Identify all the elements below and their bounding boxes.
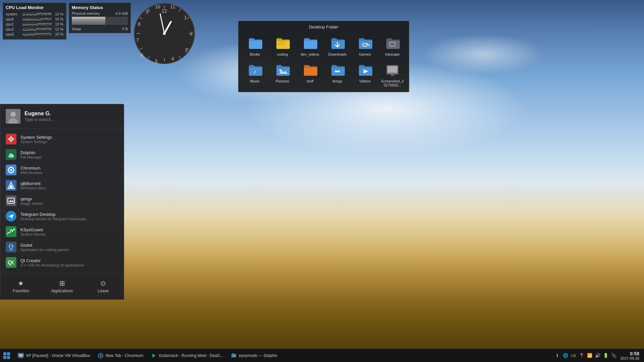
tray-locale-label[interactable]: US (570, 352, 577, 359)
svg-text:5: 5 (155, 59, 158, 64)
folder-item[interactable]: Videos (352, 60, 378, 88)
clock-face: 12 1 2 3 4 5 6 7 8 9 10 11 (132, 2, 196, 65)
start-app-item[interactable]: KSysGuard System Monitor (0, 224, 124, 239)
taskbar-item[interactable]: Godsmack - Running blind - DeaD... (147, 350, 227, 362)
start-bottom-label: Favorites (13, 289, 29, 293)
tray-battery-icon[interactable]: 🔋 (602, 352, 609, 359)
start-app-item[interactable]: Godot Application for making games (0, 239, 124, 255)
app-desc: Application for making games (20, 248, 69, 252)
app-icon (6, 211, 16, 222)
desktop-folder-window: Desktop Folder Books coding dev_videos D… (238, 21, 409, 92)
start-app-item[interactable]: System Settings System Settings (0, 131, 124, 147)
taskbar-clock-date: 2017-09-20 (621, 356, 639, 360)
folder-icon (274, 62, 290, 78)
svg-text:7: 7 (136, 38, 139, 43)
start-bottom-label: Applications (51, 289, 73, 293)
folder-item[interactable]: Pictures (269, 60, 296, 88)
clock-widget: 12 1 2 3 4 5 6 7 8 9 10 11 (132, 2, 196, 65)
folder-item[interactable]: Games (352, 34, 378, 58)
folder-icon (274, 35, 290, 51)
desktop-folder-title: Desktop Folder (242, 24, 406, 29)
taskbar-clock[interactable]: 0:58 2017-09-20 (619, 351, 641, 360)
tray-network-icon[interactable]: 🌐 (562, 352, 569, 359)
tray-wifi-icon[interactable]: 📶 (586, 352, 593, 359)
svg-point-27 (163, 32, 166, 35)
cpu-percent: 13 % (52, 22, 63, 26)
cpu-label: cpu2 (6, 27, 22, 31)
svg-text:12: 12 (162, 8, 167, 14)
tray-clip-icon[interactable]: 📎 (610, 352, 617, 359)
start-user-name: Eugene G. (24, 111, 54, 117)
folder-item[interactable]: Downloads (324, 34, 351, 58)
cpu-bar (22, 22, 52, 26)
folder-icon (247, 35, 263, 51)
svg-rect-42 (390, 74, 394, 76)
start-bottom-favorites[interactable]: ★ Favorites (0, 277, 42, 296)
folder-icon (384, 62, 400, 78)
app-icon (6, 242, 16, 252)
taskbar-item-label: XP [Paused] - Oracle VM VirtualBox (26, 353, 90, 358)
physical-memory-value: 4.0 GiB (115, 11, 128, 15)
app-icon (6, 180, 16, 191)
start-app-item[interactable]: qBittorrent BitTorrent client (0, 178, 124, 193)
folder-name: Pictures (276, 79, 289, 83)
svg-point-33 (279, 69, 281, 71)
start-search-hint[interactable]: Type to search... (24, 117, 54, 122)
folder-name: Screenshot_20170920... (381, 79, 404, 87)
start-app-item[interactable]: Telegram Desktop Desktop version of Tele… (0, 208, 124, 224)
svg-point-76 (100, 355, 102, 357)
folder-item[interactable]: stuff (297, 60, 323, 88)
svg-rect-40 (388, 66, 397, 72)
svg-text:10: 10 (155, 4, 160, 9)
folder-item[interactable]: Books (242, 34, 268, 58)
svg-rect-74 (20, 357, 22, 358)
taskbar: XP [Paused] - Oracle VM VirtualBox New T… (0, 349, 644, 362)
start-menu: Eugene G. Type to search... System Setti… (0, 104, 124, 300)
folder-item[interactable]: things (324, 60, 351, 88)
start-app-item[interactable]: qimgv Image Viewer (0, 193, 124, 208)
folder-name: inkscape (385, 52, 399, 56)
desktop-folder-grid: Books coding dev_videos Downloads Games … (242, 34, 406, 88)
svg-rect-73 (19, 354, 23, 357)
cpu-label: cpu0 (6, 17, 22, 21)
start-app-item[interactable]: Chromium Web Browser (0, 162, 124, 178)
app-name: Telegram Desktop (20, 212, 87, 217)
taskbar-item[interactable]: XP [Paused] - Oracle VM VirtualBox (14, 350, 94, 362)
svg-rect-79 (232, 353, 234, 354)
app-name: Chromium (20, 166, 43, 171)
folder-name: Videos (359, 79, 370, 83)
app-name: KSysGuard (20, 227, 46, 232)
app-name: Godot (20, 243, 69, 248)
tray-location-icon[interactable]: 📍 (578, 352, 585, 359)
memory-status-widget: Memory Status Physical memory 4.0 GiB Sw… (69, 3, 131, 33)
svg-text:1: 1 (184, 15, 187, 20)
svg-rect-36 (337, 71, 339, 72)
folder-name: Games (359, 52, 371, 56)
tray-info-icon[interactable]: ℹ (554, 352, 561, 359)
app-icon: Qt (6, 257, 16, 268)
svg-point-48 (10, 138, 12, 140)
start-bottom-applications[interactable]: ⊞ Applications (42, 277, 83, 296)
start-bottom-icon: ⊙ (100, 279, 106, 287)
start-bottom-leave[interactable]: ⊙ Leave (83, 277, 124, 296)
folder-item[interactable]: Screenshot_20170920... (379, 60, 406, 88)
taskbar-item[interactable]: New Tab - Chromium (94, 350, 147, 362)
taskbar-start-button[interactable] (0, 349, 13, 362)
app-icon (6, 226, 16, 237)
folder-item[interactable]: dev_videos (297, 34, 323, 58)
start-bottom-label: Leave (98, 289, 109, 293)
svg-point-30 (368, 45, 370, 46)
cpu-bar (22, 12, 52, 16)
start-app-item[interactable]: Qt Qt Creator C++ IDE for developing Qt … (0, 255, 124, 270)
cpu-row: cpu0 16 % (6, 17, 63, 21)
folder-item[interactable]: ♪ Music (242, 60, 268, 88)
folder-item[interactable]: inkscape (379, 34, 406, 58)
taskbar-item[interactable]: easymodo — Dolphin (227, 350, 281, 362)
taskbar-items: XP [Paused] - Oracle VM VirtualBox New T… (13, 349, 551, 362)
start-app-item[interactable]: Dolphin File Manager (0, 147, 124, 162)
folder-item[interactable]: coding (269, 34, 296, 58)
tray-volume-icon[interactable]: 🔊 (594, 352, 601, 359)
cpu-percent: 13 % (52, 12, 63, 16)
svg-marker-77 (152, 354, 156, 358)
svg-text:Qt: Qt (8, 260, 14, 265)
